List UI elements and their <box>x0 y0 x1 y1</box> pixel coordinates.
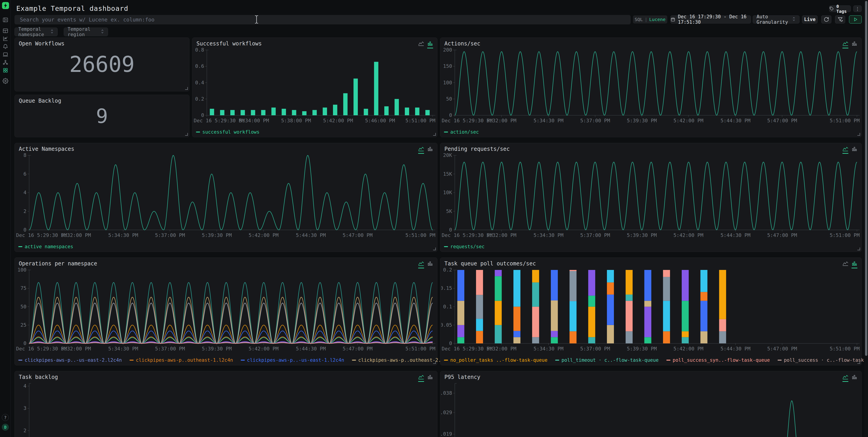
resize-handle[interactable] <box>185 133 188 136</box>
successful-workflows-chart[interactable]: 00.20.40.60.8Dec 16 5:29:30 PM5:34:00 PM… <box>193 47 436 125</box>
svg-text:5:39:30 PM: 5:39:30 PM <box>627 232 657 238</box>
legend-item[interactable]: clickpipes-aws-p..-us-east-2.l2c4n <box>18 357 122 363</box>
legend-item[interactable]: clickpipes-aws-p..-us-east-1.l2c4n <box>241 357 344 363</box>
resize-handle[interactable] <box>857 248 860 250</box>
panel-title: Active Namespaces <box>19 146 74 152</box>
svg-text:5:46:00 PM: 5:46:00 PM <box>365 118 395 123</box>
resize-handle[interactable] <box>433 133 436 136</box>
actions-per-sec-chart[interactable]: 050100150200Dec 16 5:29:30 PM5:32:00 PM5… <box>441 47 861 125</box>
avatar[interactable]: D <box>2 424 9 431</box>
operations-per-namespace-chart[interactable]: 0255075100Dec 16 5:29:30 PM5:32:00 PM5:3… <box>16 267 436 353</box>
resize-handle[interactable] <box>857 361 860 364</box>
resize-handle[interactable] <box>185 87 188 90</box>
active-namespaces-chart[interactable]: 02468Dec 16 5:29:30 PM5:32:00 PM5:34:30 … <box>16 152 436 240</box>
panel-active-namespaces: Active Namespaces 02468Dec 16 5:29:30 PM… <box>14 143 437 252</box>
svg-text:20K: 20K <box>443 152 452 158</box>
scrollbar-thumb[interactable] <box>865 1 867 356</box>
chevron-updown-icon <box>792 17 796 23</box>
task-queue-poll-outcomes-chart[interactable]: 00.050.10.150.2Dec 16 5:29:30 PM5:32:00 … <box>441 267 861 353</box>
svg-text:0.1: 0.1 <box>443 304 452 310</box>
tags-button[interactable]: 0 Tags <box>829 5 851 12</box>
svg-text:5:34:00 PM: 5:34:00 PM <box>239 118 269 123</box>
legend-swatch <box>129 360 133 361</box>
sidebar: ? D <box>0 0 11 437</box>
p95-latency-chart[interactable]: 0.0190.0290.038 <box>441 380 861 437</box>
svg-text:0: 0 <box>449 112 452 118</box>
resize-handle[interactable] <box>433 248 436 250</box>
legend-item[interactable]: action/sec <box>444 129 479 135</box>
svg-text:5:32:00 PM: 5:32:00 PM <box>61 346 91 351</box>
svg-text:5:42:00 PM: 5:42:00 PM <box>323 118 353 123</box>
panel-title: Task queue poll outcomes/sec <box>444 260 536 267</box>
svg-text:5:34:30 PM: 5:34:30 PM <box>108 346 138 351</box>
legend-item[interactable]: requests/sec <box>444 244 485 249</box>
svg-text:5:51:00 PM: 5:51:00 PM <box>830 232 860 238</box>
legend-item[interactable]: active namespaces <box>18 244 73 249</box>
kebab-menu-button[interactable]: ⋮ <box>853 5 862 12</box>
legend-item[interactable]: no_poller_tasks ..-flow-task-queue <box>444 357 548 363</box>
settings-gear-icon[interactable] <box>2 78 8 84</box>
page-title: Example Temporal dashboard <box>16 4 128 12</box>
svg-text:Dec 16 5:29:30 PM: Dec 16 5:29:30 PM <box>16 232 67 238</box>
panel-title: Pending requests/sec <box>444 146 510 152</box>
run-query-button[interactable] <box>849 15 862 24</box>
svg-text:200: 200 <box>443 47 452 53</box>
svg-text:0.2: 0.2 <box>195 96 204 102</box>
play-icon <box>852 17 858 22</box>
alerts-bell-icon[interactable] <box>2 43 8 50</box>
svg-text:5:37:00 PM: 5:37:00 PM <box>155 232 185 238</box>
svg-text:5:44:30 PM: 5:44:30 PM <box>296 346 326 351</box>
legend-item[interactable]: clickpipes-aws-p..outheast-2.l2c4n <box>352 357 456 363</box>
panel-actions-per-sec: Actions/sec 050100150200Dec 16 5:29:30 P… <box>440 37 862 137</box>
svg-text:5:51:00 PM: 5:51:00 PM <box>405 118 435 123</box>
refresh-button[interactable] <box>821 15 831 24</box>
help-button[interactable]: ? <box>2 414 9 421</box>
granularity-select[interactable]: Auto Granularity <box>753 15 800 24</box>
mode-lucene-label[interactable]: Lucene <box>649 17 665 22</box>
screen-icon[interactable] <box>2 51 8 58</box>
legend-item[interactable]: poll_timeout · c..-flow-task-queue <box>555 357 659 363</box>
svg-text:5:37:00 PM: 5:37:00 PM <box>580 118 610 123</box>
filter-edit-button[interactable] <box>835 15 845 24</box>
search-input[interactable] <box>14 15 631 24</box>
svg-text:5:42:00 PM: 5:42:00 PM <box>249 346 278 351</box>
svg-text:5:51:00 PM: 5:51:00 PM <box>830 346 860 351</box>
legend-swatch <box>666 360 671 361</box>
svg-text:5:44:30 PM: 5:44:30 PM <box>296 232 326 238</box>
svg-text:Dec 16 5:29:30 PM: Dec 16 5:29:30 PM <box>442 346 493 351</box>
mode-sql-label[interactable]: SQL <box>635 17 643 22</box>
resize-handle[interactable] <box>433 361 436 364</box>
legend-item[interactable]: successful workflows <box>196 129 259 135</box>
legend-swatch <box>444 360 448 361</box>
task-backlog-chart[interactable]: 234 <box>16 380 436 437</box>
svg-text:5:32:00 PM: 5:32:00 PM <box>61 232 91 238</box>
chart-explorer-icon[interactable] <box>2 35 8 42</box>
chart-legend: requests/sec <box>444 244 485 249</box>
chevron-updown-icon <box>50 29 54 35</box>
legend-swatch <box>18 360 22 361</box>
svg-text:15K: 15K <box>443 171 452 177</box>
dashboards-grid-icon[interactable] <box>2 67 8 73</box>
table-view-icon[interactable] <box>2 28 8 34</box>
legend-swatch <box>241 360 245 361</box>
legend-item[interactable]: poll_success_syn..-flow-task-queue <box>666 357 770 363</box>
time-range-button[interactable]: Dec 16 17:29:30 - Dec 16 17:51:30 <box>671 15 751 24</box>
filter-temporal-namespace[interactable]: Temporal namespace <box>14 28 58 36</box>
panel-task-backlog: Task backlog 234 <box>14 371 437 437</box>
query-mode-toggle[interactable]: SQL | Lucene <box>633 15 667 24</box>
legend-swatch <box>352 360 356 361</box>
legend-swatch <box>196 132 200 132</box>
pending-requests-chart[interactable]: 05K10K15K20KDec 16 5:29:30 PM5:32:00 PM5… <box>441 152 861 240</box>
chart-legend: clickpipes-aws-p..-us-east-2.l2c4nclickp… <box>18 357 486 363</box>
filter-temporal-region[interactable]: Temporal region <box>64 28 108 36</box>
flow-graph-icon[interactable] <box>2 59 8 66</box>
legend-item[interactable]: clickpipes-aws-p..outheast-1.l2c4n <box>129 357 233 363</box>
live-button[interactable]: Live <box>802 15 817 24</box>
resize-handle[interactable] <box>857 133 860 136</box>
svg-text:5:42:00 PM: 5:42:00 PM <box>249 232 278 238</box>
panel-pending-requests: Pending requests/sec 05K10K15K20KDec 16 … <box>440 143 862 252</box>
legend-item[interactable]: poll_success · c..-flow-task-queue <box>778 357 868 363</box>
collapse-sidebar-icon[interactable] <box>2 17 8 23</box>
app-logo-icon[interactable] <box>2 2 9 9</box>
calendar-icon <box>671 17 675 22</box>
